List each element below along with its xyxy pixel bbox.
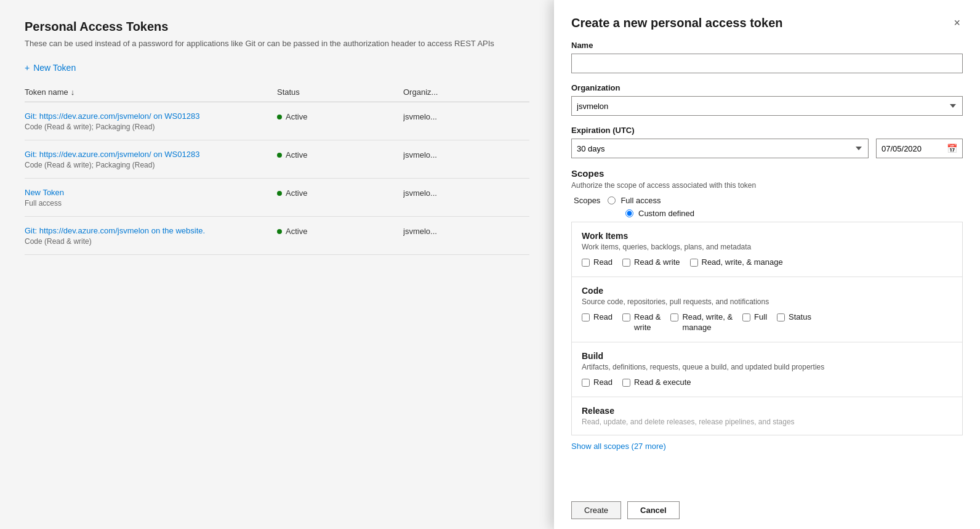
token-sub: Code (Read & write) [25,237,277,246]
status-cell: Active [277,149,403,160]
expiration-days-select[interactable]: 30 days 60 days 90 days Custom [571,139,869,158]
token-name-cell: Git: https://dev.azure.com/jsvmelon/ on … [25,149,277,169]
wi-read-checkbox[interactable] [582,259,590,267]
code-status-label[interactable]: Status [789,312,811,323]
date-input-wrap: 📅 [876,139,963,158]
token-sub: Full access [25,199,277,208]
scope-options: Read Read &write Read, write, &manage [582,312,952,333]
code-readwritemanage-checkbox[interactable] [670,313,678,321]
scope-category-title: Code [582,286,952,296]
wi-readwrite-checkbox[interactable] [622,259,630,267]
token-sub: Code (Read & write); Packaging (Read) [25,161,277,169]
status-cell: Active [277,111,403,121]
status-active-dot [277,229,282,234]
org-cell: jsvmelo... [403,187,529,198]
scope-category-release: Release Read, update, and delete release… [572,397,962,435]
scope-category-code: Code Source code, repositories, pull req… [572,277,962,342]
scope-option: Read, write, &manage [670,312,733,333]
cancel-button[interactable]: Cancel [627,501,680,519]
new-token-label: New Token [33,63,76,73]
scope-option: Read [582,312,612,323]
scope-option: Read & execute [622,378,691,388]
scope-category-title: Release [582,406,952,416]
status-label: Active [286,188,307,198]
token-name-link[interactable]: Git: https://dev.azure.com/jsvmelon on t… [25,226,205,235]
table-row: Git: https://dev.azure.com/jsvmelon/ on … [25,140,529,179]
new-token-button[interactable]: + New Token [25,63,76,73]
token-name-cell: Git: https://dev.azure.com/jsvmelon on t… [25,225,277,246]
organization-group: Organization jsvmelon [571,83,963,116]
custom-defined-radio[interactable] [625,209,633,217]
scope-options: Read Read & execute [582,378,952,388]
scopes-subtitle: Authorize the scope of access associated… [571,181,963,190]
code-read-checkbox[interactable] [582,313,590,321]
wi-readwrite-label[interactable]: Read & write [634,257,680,268]
build-read-label[interactable]: Read [593,378,612,388]
create-button[interactable]: Create [571,501,621,519]
organization-select[interactable]: jsvmelon [571,96,963,116]
sort-icon: ↓ [71,87,75,97]
custom-defined-label[interactable]: Custom defined [638,209,694,218]
scope-category-desc: Source code, repositories, pull requests… [582,297,952,306]
name-label: Name [571,41,963,50]
column-org: Organiz... [403,87,529,97]
token-name-link[interactable]: Git: https://dev.azure.com/jsvmelon/ on … [25,150,199,159]
expiration-label-row: Expiration (UTC) [571,126,963,139]
expiration-date-input[interactable] [882,144,943,153]
build-read-checkbox[interactable] [582,379,590,387]
scope-category-title: Work Items [582,231,952,241]
status-label: Active [286,227,307,236]
build-readexecute-checkbox[interactable] [622,379,630,387]
token-name-link[interactable]: New Token [25,188,64,197]
build-readexecute-label[interactable]: Read & execute [634,378,691,388]
scope-category-work-items: Work Items Work items, queries, backlogs… [572,222,962,277]
organization-label: Organization [571,83,963,92]
scope-option: Read & write [622,257,680,268]
scope-option: Status [777,312,811,323]
wi-readwritemanage-checkbox[interactable] [690,259,698,267]
status-label: Active [286,112,307,121]
scope-category-title: Build [582,351,952,361]
org-cell: jsvmelo... [403,111,529,121]
close-button[interactable]: × [951,15,963,31]
scopes-title: Scopes [571,168,963,179]
code-readwrite-label[interactable]: Read &write [634,312,661,333]
scope-option: Read [582,257,612,268]
column-token-name[interactable]: Token name ↓ [25,87,277,97]
token-name-link[interactable]: Git: https://dev.azure.com/jsvmelon/ on … [25,111,199,121]
show-all-scopes-button[interactable]: Show all scopes (27 more) [571,442,666,451]
scopes-content: Work Items Work items, queries, backlogs… [571,222,963,435]
wi-read-label[interactable]: Read [593,257,612,268]
table-row: Git: https://dev.azure.com/jsvmelon/ on … [25,102,529,140]
token-sub: Code (Read & write); Packaging (Read) [25,123,277,131]
full-access-radio[interactable] [608,196,616,204]
token-name-cell: New Token Full access [25,187,277,208]
code-readwritemanage-label[interactable]: Read, write, &manage [682,312,733,333]
code-read-label[interactable]: Read [593,312,612,323]
expiration-row: 30 days 60 days 90 days Custom 📅 [571,139,963,158]
scope-option: Read, write, & manage [690,257,783,268]
code-full-checkbox[interactable] [742,313,750,321]
code-readwrite-checkbox[interactable] [622,313,630,321]
release-desc: Read, update, and delete releases, relea… [582,418,952,426]
plus-icon: + [25,63,30,73]
wi-readwritemanage-label[interactable]: Read, write, & manage [702,257,783,268]
scope-category-desc: Work items, queries, backlogs, plans, an… [582,243,952,251]
scopes-inline-label: Scopes [574,196,600,205]
name-input[interactable] [571,54,963,73]
table-row: Git: https://dev.azure.com/jsvmelon on t… [25,217,529,255]
scope-radio-row-custom: Custom defined [625,209,963,218]
calendar-icon: 📅 [947,143,957,153]
scope-radio-row-full-access: Scopes Full access [574,196,963,205]
modal-footer: Create Cancel [554,491,980,529]
scopes-section: Scopes Authorize the scope of access ass… [571,168,963,451]
full-access-label[interactable]: Full access [621,196,661,205]
name-group: Name [571,41,963,73]
scope-options: Read Read & write Read, write, & manage [582,257,952,268]
status-label: Active [286,150,307,160]
modal-title: Create a new personal access token [571,16,783,30]
scope-category-build: Build Artifacts, definitions, requests, … [572,342,962,397]
code-full-label[interactable]: Full [754,312,767,323]
modal-header: Create a new personal access token × [554,0,980,41]
code-status-checkbox[interactable] [777,313,785,321]
